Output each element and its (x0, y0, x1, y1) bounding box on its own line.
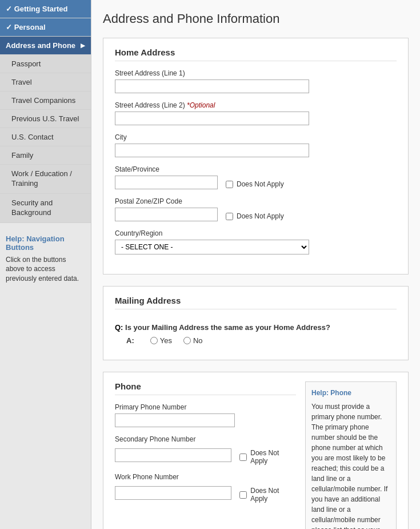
city-group: City (115, 133, 397, 157)
work-phone-row: Does Not Apply (115, 483, 296, 503)
street1-group: Street Address (Line 1) (115, 69, 397, 93)
sidebar-item-family[interactable]: Family (0, 146, 91, 165)
state-does-not-apply-label: Does Not Apply (237, 180, 284, 188)
work-dna-label: Does Not Apply (250, 487, 296, 503)
work-phone-group: Work Phone Number Does Not Apply (115, 473, 296, 503)
primary-phone-label: Primary Phone Number (115, 403, 296, 411)
street2-group: Street Address (Line 2) *Optional (115, 101, 397, 125)
yes-option: Yes (150, 336, 172, 345)
sidebar-item-work-education[interactable]: Work / Education / Training (0, 165, 91, 194)
mailing-address-title: Mailing Address (115, 296, 397, 309)
sidebar: ✓ Getting Started ✓ Personal Address and… (0, 0, 91, 529)
phone-help-title: Help: Phone (311, 388, 390, 398)
mailing-question: Q: Is your Mailing Address the same as y… (115, 323, 397, 332)
home-address-title: Home Address (115, 47, 397, 61)
sidebar-item-getting-started[interactable]: ✓ Getting Started (0, 0, 91, 18)
primary-phone-input[interactable] (115, 413, 235, 427)
sidebar-item-address-phone[interactable]: Address and Phone (0, 37, 91, 55)
primary-phone-group: Primary Phone Number (115, 403, 296, 427)
sidebar-item-passport[interactable]: Passport (0, 55, 91, 73)
street2-label: Street Address (Line 2) *Optional (115, 101, 397, 109)
phone-title: Phone (115, 381, 296, 395)
page-title: Address and Phone Information (103, 11, 409, 26)
state-label: State/Province (115, 165, 397, 173)
state-dna-row: Does Not Apply (226, 180, 284, 188)
country-select[interactable]: - SELECT ONE - United States Canada Mexi… (115, 240, 309, 254)
state-group: State/Province Does Not Apply (115, 165, 397, 189)
work-phone-input[interactable] (115, 486, 231, 500)
postal-dna-row: Does Not Apply (226, 212, 284, 220)
mailing-address-section: Mailing Address Q: Is your Mailing Addre… (103, 286, 409, 360)
sidebar-item-personal[interactable]: ✓ Personal (0, 18, 91, 37)
qa-section: Q: Is your Mailing Address the same as y… (115, 317, 397, 348)
no-label: No (193, 336, 203, 345)
phone-section: Phone Primary Phone Number Secondary Pho… (103, 372, 409, 529)
postal-input[interactable] (115, 208, 218, 221)
phone-help-box: Help: Phone You must provide a primary p… (305, 381, 397, 529)
secondary-phone-label: Secondary Phone Number (115, 435, 296, 443)
phone-help-body: You must provide a primary phone number.… (311, 403, 387, 529)
sidebar-item-travel-companions[interactable]: Travel Companions (0, 92, 91, 110)
country-label: Country/Region (115, 229, 397, 237)
secondary-phone-group: Secondary Phone Number Does Not Apply (115, 435, 296, 465)
secondary-phone-input[interactable] (115, 448, 231, 462)
sidebar-item-security-background[interactable]: Security and Background (0, 194, 91, 223)
mailing-answer-row: A: Yes No (126, 336, 397, 345)
state-input[interactable] (115, 176, 218, 189)
postal-does-not-apply-label: Does Not Apply (237, 212, 284, 220)
sidebar-help-body: Click on the buttons above to access pre… (6, 255, 85, 284)
postal-group: Postal Zone/ZIP Code Does Not Apply (115, 197, 397, 221)
sidebar-help-title: Help: Navigation Buttons (6, 234, 85, 252)
state-does-not-apply-checkbox[interactable] (226, 181, 233, 188)
phone-help-row: Phone Primary Phone Number Secondary Pho… (115, 381, 397, 529)
no-radio[interactable] (183, 337, 191, 344)
yes-radio[interactable] (150, 337, 158, 344)
postal-row: Does Not Apply (115, 208, 397, 221)
secondary-dna-label: Does Not Apply (250, 449, 296, 465)
sidebar-item-travel[interactable]: Travel (0, 73, 91, 92)
secondary-phone-row: Does Not Apply (115, 446, 296, 465)
country-group: Country/Region - SELECT ONE - United Sta… (115, 229, 397, 254)
secondary-does-not-apply-checkbox[interactable] (239, 454, 247, 461)
secondary-dna-row: Does Not Apply (239, 449, 296, 465)
work-does-not-apply-checkbox[interactable] (239, 491, 247, 499)
street2-input[interactable] (115, 112, 309, 125)
postal-does-not-apply-checkbox[interactable] (226, 213, 233, 220)
sidebar-item-us-contact[interactable]: U.S. Contact (0, 128, 91, 146)
sidebar-help: Help: Navigation Buttons Click on the bu… (0, 229, 91, 289)
city-input[interactable] (115, 144, 309, 157)
work-dna-row: Does Not Apply (239, 487, 296, 503)
home-address-section: Home Address Street Address (Line 1) Str… (103, 38, 409, 275)
state-row: Does Not Apply (115, 176, 397, 189)
street1-input[interactable] (115, 79, 309, 93)
city-label: City (115, 133, 397, 141)
postal-label: Postal Zone/ZIP Code (115, 197, 397, 205)
yes-label: Yes (160, 336, 172, 345)
street1-label: Street Address (Line 1) (115, 69, 397, 77)
work-phone-label: Work Phone Number (115, 473, 296, 481)
sidebar-item-previous-us-travel[interactable]: Previous U.S. Travel (0, 110, 91, 128)
main-content: Address and Phone Information Home Addre… (91, 0, 420, 529)
no-option: No (183, 336, 203, 345)
phone-fields: Phone Primary Phone Number Secondary Pho… (115, 381, 296, 511)
